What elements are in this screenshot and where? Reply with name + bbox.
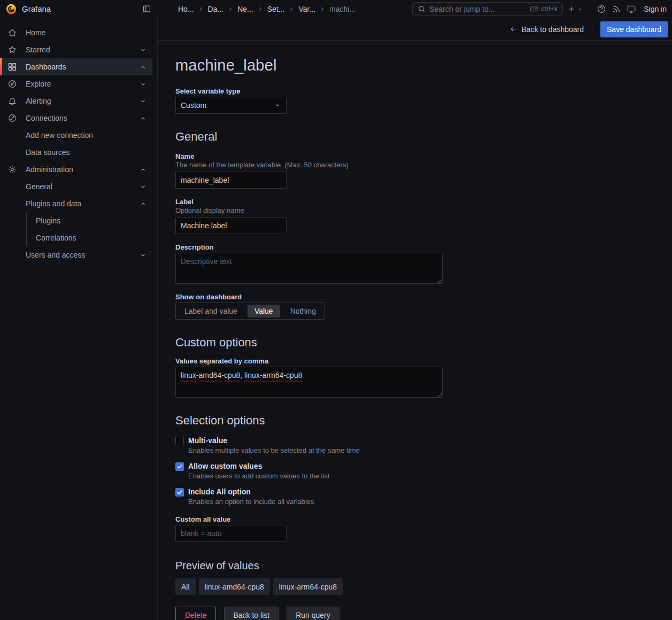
chevron-up-icon[interactable] [140,64,146,71]
description-textarea[interactable] [175,253,443,284]
main-area: Back to dashboard Save dashboard machine… [158,18,672,620]
sidebar-item-add-new-connection[interactable]: Add new connection [0,127,152,144]
keyboard-icon [530,4,539,13]
header: Grafana Ho...Da...Ne...Set...Var...machi… [0,0,672,18]
sidebar-item-users-and-access[interactable]: Users and access [0,246,152,264]
sidebar-item-label: Connections [26,114,67,122]
breadcrumb-item[interactable]: Ho... [178,5,194,13]
breadcrumb: Ho...Da...Ne...Set...Var...machi... [158,0,356,18]
search-shortcut: ctrl+k [530,4,558,13]
chevron-down-icon[interactable] [140,252,146,259]
values-label: Values separated by comma [175,357,672,365]
action-buttons: Delete Back to list Run query [175,607,672,620]
variable-type-select[interactable]: Custom [175,97,287,114]
custom-all-value-input[interactable] [175,525,287,542]
arrow-left-icon [509,25,517,33]
sidebar-item-label: Add new connection [26,131,93,140]
breadcrumb-item[interactable]: Var... [298,5,315,13]
sidebar-item-general[interactable]: General [0,178,152,195]
sidebar-item-correlations[interactable]: Correlations [0,229,152,246]
chevron-down-icon [577,6,583,12]
back-to-dashboard-button[interactable]: Back to dashboard [509,25,584,34]
news-button[interactable] [611,3,622,15]
show-on-dashboard-label: Show on dashboard [175,293,672,301]
sidebar-item-home[interactable]: Home [0,24,152,41]
checkbox-checked-icon[interactable] [175,488,184,497]
checkbox-label: Include All option [188,487,314,497]
sidebar-item-explore[interactable]: Explore [0,75,152,92]
home-icon [7,28,18,37]
breadcrumb-item[interactable]: Da... [208,5,224,13]
radio-option-label-and-value[interactable]: Label and value [176,303,246,319]
apps-icon [7,62,18,72]
sidebar-item-connections[interactable]: Connections [0,110,152,127]
sidebar-item-starred[interactable]: Starred [0,41,152,58]
sidebar-item-label: Plugins [36,216,60,225]
breadcrumb-item[interactable]: Set... [267,5,285,13]
sidebar-item-label: Starred [26,45,50,54]
selection-checkboxes: Multi-valueEnables multiple values to be… [175,436,672,506]
show-on-dashboard-radio-group: Label and valueValueNothing [175,303,325,320]
panel-left-icon [142,4,151,13]
sidebar-item-label: Home [26,28,45,37]
new-menu-button[interactable] [566,4,584,14]
checkbox-description: Enables multiple values to be selected a… [188,446,360,454]
mega-menu-toggle-button[interactable] [141,3,152,14]
sign-in-button[interactable]: Sign in [640,5,668,13]
question-circle-icon [597,4,606,14]
chevron-right-icon [257,6,264,12]
sidebar-item-plugins[interactable]: Plugins [0,212,152,229]
delete-button[interactable]: Delete [175,607,216,620]
chevron-up-icon[interactable] [140,166,146,173]
checkbox-checked-icon[interactable] [175,462,184,471]
run-query-button[interactable]: Run query [287,607,339,620]
plug-icon [7,113,18,123]
chevron-down-icon[interactable] [140,183,146,190]
search-box[interactable]: ctrl+k [412,2,563,16]
sidebar-item-plugins-and-data[interactable]: Plugins and data [0,195,152,212]
star-icon [7,45,18,55]
custom-all-value-label: Custom all value [175,515,672,523]
label-input[interactable] [175,217,287,234]
display-button[interactable] [625,3,637,15]
checkbox-row-include-all-option[interactable]: Include All optionEnables an option to i… [175,487,672,506]
sidebar-item-label: Data sources [26,148,69,157]
sidebar-item-alerting[interactable]: Alerting [0,92,152,110]
sidebar-item-data-sources[interactable]: Data sources [0,144,152,161]
chevron-right-icon [288,6,295,12]
preview-value-chip: linux-arm64-cpu8 [273,578,343,595]
chevron-up-icon[interactable] [140,200,146,207]
sidebar-item-label: Alerting [26,97,51,105]
compass-icon [7,79,18,89]
sidebar: HomeStarredDashboardsExploreAlertingConn… [0,18,158,620]
preview-value-chip: linux-amd64-cpu8 [199,578,270,595]
values-textarea[interactable]: linux-amd64-cpu8, linux-arm64-cpu8 [175,367,443,398]
chevron-down-icon[interactable] [140,98,146,105]
checkbox-row-allow-custom-values[interactable]: Allow custom valuesEnables users to add … [175,462,672,480]
radio-option-value[interactable]: Value [248,305,280,317]
breadcrumb-item[interactable]: Ne... [237,5,253,13]
label-field-group: Label Optional display name [175,198,672,234]
name-field-group: Name The name of the template variable. … [175,152,672,189]
help-button[interactable] [596,3,607,15]
body-row: HomeStarredDashboardsExploreAlertingConn… [0,18,672,620]
name-label: Name [175,152,672,160]
values-field-group: Values separated by comma linux-amd64-cp… [175,357,672,398]
chevron-down-icon[interactable] [140,81,146,88]
sidebar-item-label: General [26,182,52,191]
sidebar-item-dashboards[interactable]: Dashboards [0,58,152,75]
gear-icon [7,165,18,174]
chevron-down-icon[interactable] [140,46,146,53]
sidebar-item-label: Dashboards [26,63,66,71]
chevron-right-icon [319,6,326,12]
checkbox-row-multi-value[interactable]: Multi-valueEnables multiple values to be… [175,436,672,454]
sidebar-item-administration[interactable]: Administration [0,161,152,178]
save-dashboard-button[interactable]: Save dashboard [600,21,668,37]
back-to-list-button[interactable]: Back to list [224,607,279,620]
preview-value-chip: All [175,578,196,595]
chevron-up-icon[interactable] [140,115,146,122]
search-input[interactable] [429,5,526,13]
name-input[interactable] [175,172,287,189]
radio-option-nothing[interactable]: Nothing [282,303,325,319]
checkbox-unchecked-icon[interactable] [175,437,184,445]
